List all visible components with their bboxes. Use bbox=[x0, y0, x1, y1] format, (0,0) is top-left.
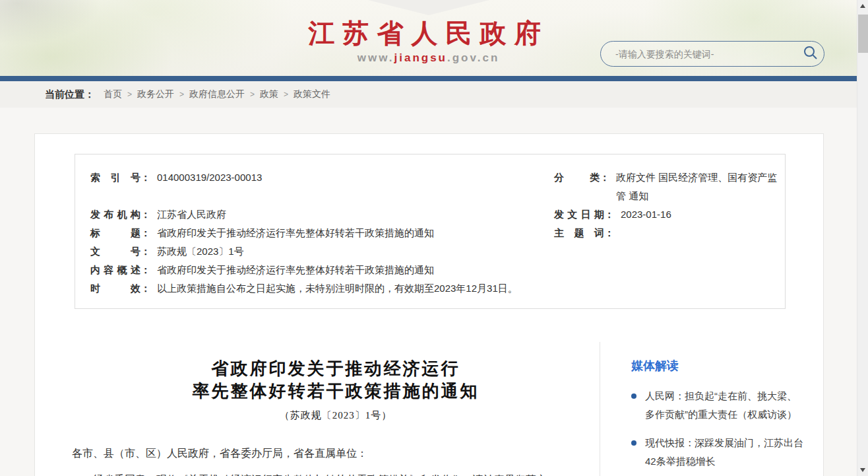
meta-row-category: 分类： 政府文件 国民经济管理、国有资产监管 通知 bbox=[554, 168, 785, 205]
document-title-line1: 省政府印发关于推动经济运行 bbox=[72, 358, 600, 380]
meta-label: 发布机构 bbox=[90, 205, 140, 224]
vertical-scrollbar[interactable] bbox=[857, 0, 868, 476]
breadcrumb-item-zhengce[interactable]: 政策 bbox=[260, 88, 278, 100]
meta-colon: ： bbox=[140, 205, 150, 224]
meta-label: 时效 bbox=[90, 279, 140, 298]
meta-row-issue-date: 发文日期： 2023-01-16 bbox=[554, 205, 785, 224]
meta-label: 文号 bbox=[90, 242, 140, 261]
meta-label: 分类 bbox=[554, 168, 600, 187]
site-url-highlight: jiangsu bbox=[394, 51, 448, 64]
page-body: 索引号： 014000319/2023-00013 发布机构： 江苏省人民政府 … bbox=[0, 108, 857, 476]
bullet-icon bbox=[631, 393, 636, 399]
site-url-suffix: .gov.cn bbox=[447, 51, 499, 64]
meta-colon: ： bbox=[604, 224, 614, 242]
document-title-line2: 率先整体好转若干政策措施的通知 bbox=[72, 380, 600, 403]
bullet-icon bbox=[631, 440, 636, 446]
meta-colon: ： bbox=[140, 242, 150, 261]
search-input[interactable] bbox=[601, 49, 797, 59]
meta-column-right: 分类： 政府文件 国民经济管理、国有资产监管 通知 发文日期： 2023-01-… bbox=[554, 168, 785, 298]
document-number: （苏政规〔2023〕1号） bbox=[72, 409, 600, 422]
meta-colon: ： bbox=[140, 261, 150, 279]
breadcrumb-separator: > bbox=[179, 90, 184, 99]
scroll-down-icon[interactable] bbox=[860, 468, 865, 472]
meta-value: 2023-01-16 bbox=[621, 205, 671, 224]
meta-label: 内容概述 bbox=[90, 261, 140, 279]
meta-value: 省政府印发关于推动经济运行率先整体好转若干政策措施的通知 bbox=[157, 261, 460, 279]
meta-row-issuing-agency: 发布机构： 江苏省人民政府 bbox=[90, 205, 554, 224]
meta-row-validity: 时效： 以上政策措施自公布之日起实施，未特别注明时限的，有效期至2023年12月… bbox=[90, 279, 554, 298]
media-item-text: 现代快报：深踩发展油门，江苏出台42条举措稳增长 bbox=[645, 437, 803, 467]
media-item-renminwang[interactable]: 人民网：担负起“走在前、挑大梁、多作贡献”的重大责任（权威访谈） bbox=[631, 387, 803, 424]
search-box[interactable] bbox=[600, 41, 824, 67]
scrollbar-thumb[interactable] bbox=[858, 15, 868, 53]
site-url-prefix: www. bbox=[357, 51, 394, 64]
meta-label: 标题 bbox=[90, 224, 140, 242]
content-card: 索引号： 014000319/2023-00013 发布机构： 江苏省人民政府 … bbox=[34, 133, 824, 476]
breadcrumb-separator: > bbox=[284, 90, 288, 99]
meta-column-left: 索引号： 014000319/2023-00013 发布机构： 江苏省人民政府 … bbox=[90, 168, 554, 298]
meta-value: 苏政规〔2023〕1号 bbox=[157, 242, 270, 261]
meta-colon: ： bbox=[140, 224, 150, 242]
breadcrumb-item-zhengcewenjian[interactable]: 政策文件 bbox=[294, 88, 330, 100]
breadcrumb-separator: > bbox=[127, 90, 132, 99]
document-title: 省政府印发关于推动经济运行 率先整体好转若干政策措施的通知 bbox=[72, 358, 600, 403]
meta-row-title: 标题： 省政府印发关于推动经济运行率先整体好转若干政策措施的通知 bbox=[90, 224, 554, 242]
breadcrumb-item-xinxigongkai[interactable]: 政府信息公开 bbox=[189, 88, 245, 100]
meta-value: 江苏省人民政府 bbox=[157, 205, 253, 224]
paragraph-salutation: 各市、县（市、区）人民政府，省各委办厅局，省各直属单位： bbox=[72, 446, 600, 461]
scroll-up-icon[interactable] bbox=[860, 4, 865, 8]
document-meta-table: 索引号： 014000319/2023-00013 发布机构： 江苏省人民政府 … bbox=[75, 154, 786, 309]
meta-value: 政府文件 国民经济管理、国有资产监管 通知 bbox=[616, 168, 785, 205]
media-interpretation-title: 媒体解读 bbox=[631, 358, 803, 374]
meta-value: 以上政策措施自公布之日起实施，未特别注明时限的，有效期至2023年12月31日。 bbox=[157, 279, 544, 298]
meta-label: 索引号 bbox=[90, 168, 140, 187]
meta-row-keywords: 主题词： bbox=[554, 224, 785, 242]
meta-colon: ： bbox=[140, 168, 150, 187]
search-icon bbox=[803, 45, 819, 63]
site-banner: 江苏省人民政府 www.jiangsu.gov.cn bbox=[0, 0, 857, 76]
media-item-xiandaikuaibao[interactable]: 现代快报：深踩发展油门，江苏出台42条举措稳增长 bbox=[631, 434, 803, 471]
paragraph-body: 经省委同意，现将《关于推动经济运行率先整体好转的若干政策措施》印发你们，请认真贯… bbox=[72, 472, 600, 476]
meta-row-doc-number: 文号： 苏政规〔2023〕1号 bbox=[90, 242, 554, 261]
article-main: 省政府印发关于推动经济运行 率先整体好转若干政策措施的通知 （苏政规〔2023〕… bbox=[35, 342, 600, 476]
meta-value: 014000319/2023-00013 bbox=[157, 168, 288, 187]
meta-colon: ： bbox=[604, 205, 614, 224]
meta-colon: ： bbox=[600, 168, 609, 187]
meta-row-index-number: 索引号： 014000319/2023-00013 bbox=[90, 168, 554, 205]
meta-colon: ： bbox=[140, 279, 150, 298]
media-interpretation-panel: 媒体解读 人民网：担负起“走在前、挑大梁、多作贡献”的重大责任（权威访谈） 现代… bbox=[600, 342, 823, 476]
meta-row-summary: 内容概述： 省政府印发关于推动经济运行率先整体好转若干政策措施的通知 bbox=[90, 261, 554, 279]
breadcrumb-item-zhengwu[interactable]: 政务公开 bbox=[137, 88, 174, 100]
header-divider-band bbox=[0, 76, 857, 81]
breadcrumb-separator: > bbox=[250, 90, 255, 99]
media-item-text: 人民网：担负起“走在前、挑大梁、多作贡献”的重大责任（权威访谈） bbox=[645, 390, 797, 420]
page: 江苏省人民政府 www.jiangsu.gov.cn 当前位置： 首页 > 政务… bbox=[0, 0, 857, 476]
article-region: 省政府印发关于推动经济运行 率先整体好转若干政策措施的通知 （苏政规〔2023〕… bbox=[35, 342, 823, 476]
meta-value: 省政府印发关于推动经济运行率先整体好转若干政策措施的通知 bbox=[157, 224, 460, 242]
meta-label: 发文日期 bbox=[554, 205, 604, 224]
document-body: 各市、县（市、区）人民政府，省各委办厅局，省各直属单位： 经省委同意，现将《关于… bbox=[72, 446, 600, 476]
breadcrumb-label: 当前位置： bbox=[45, 88, 94, 101]
meta-label: 主题词 bbox=[554, 224, 604, 242]
breadcrumb-item-home[interactable]: 首页 bbox=[104, 88, 122, 100]
breadcrumb: 当前位置： 首页 > 政务公开 > 政府信息公开 > 政策 > 政策文件 bbox=[0, 81, 857, 108]
search-button[interactable] bbox=[797, 42, 824, 66]
